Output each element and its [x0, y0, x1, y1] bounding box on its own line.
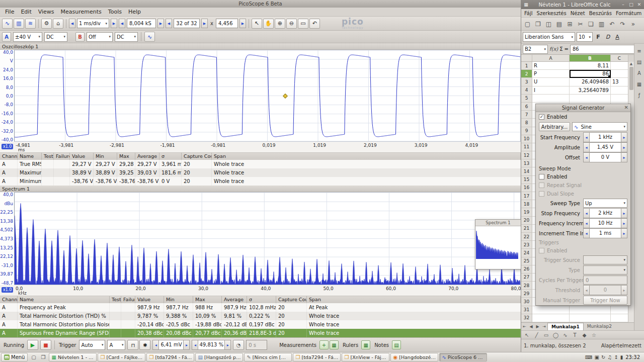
channel-b-button[interactable]: B: [75, 32, 85, 42]
sheet-tab-munkalap2[interactable]: Munkalap2: [584, 323, 615, 330]
scroll-up-icon[interactable]: ▲: [630, 62, 632, 66]
copy-icon[interactable]: ❏: [586, 19, 596, 29]
ruler-toggle-icon[interactable]: ▦: [361, 340, 370, 349]
channel-b-range-dropdown[interactable]: Off▾: [87, 32, 113, 42]
column-header-c[interactable]: C: [611, 55, 628, 61]
timebase-dropdown[interactable]: 1 ms/div▾: [77, 19, 109, 28]
minimize-icon[interactable]: –: [620, 2, 626, 7]
pretrigger-value[interactable]: 49,813 %: [198, 340, 224, 350]
add-measurement-icon[interactable]: +: [319, 340, 329, 349]
increment-icon[interactable]: ▸: [621, 218, 627, 228]
pretrigger-decrement-icon[interactable]: ◂: [192, 340, 198, 350]
calc-titlebar[interactable]: ▦ Névtelen 1 - LibreOffice Calc – □ ✕: [521, 0, 644, 9]
formula-input[interactable]: 86: [570, 45, 642, 54]
network-icon[interactable]: ↕: [614, 354, 618, 360]
menu-views[interactable]: Views: [35, 9, 57, 15]
row-header-30[interactable]: 30: [521, 298, 532, 306]
menu-formatum[interactable]: Formátum: [614, 11, 643, 16]
channel-a-button[interactable]: A: [2, 32, 11, 42]
row-header-31[interactable]: 31: [521, 306, 532, 314]
decrement-icon[interactable]: ◂: [583, 208, 590, 218]
samples-increase-icon[interactable]: ▶: [157, 19, 164, 28]
next-sheet-icon[interactable]: ▶: [534, 324, 541, 329]
signal-generator-icon[interactable]: ∿: [144, 32, 155, 42]
keyboard-layout-icon[interactable]: ⌨: [585, 354, 592, 360]
prev-sheet-icon[interactable]: ◀: [528, 324, 534, 329]
spectrum-view-icon[interactable]: ▥: [14, 19, 24, 29]
maximize-icon[interactable]: □: [628, 2, 634, 7]
channel-a-coupling-dropdown[interactable]: DC▾: [44, 32, 67, 42]
arbitrary-button[interactable]: Arbitrary...: [539, 122, 570, 131]
row-header-17[interactable]: 17: [521, 192, 532, 200]
delay-icon[interactable]: ◔: [233, 340, 244, 350]
cut-icon[interactable]: ✂: [576, 19, 585, 29]
row-header-29[interactable]: 29: [521, 290, 532, 298]
menu-tools[interactable]: Tools: [105, 9, 125, 15]
timebase-prev-icon[interactable]: ◀: [69, 19, 75, 28]
decrement-icon[interactable]: ◂: [583, 228, 590, 238]
trigger-threshold-value[interactable]: 6,41 mV: [159, 340, 183, 350]
oscilloscope-panel-title[interactable]: Oszcilloszkóp 1: [0, 43, 521, 50]
spectrum-plot[interactable]: [14, 192, 521, 285]
files-icon[interactable]: ❐: [39, 353, 47, 361]
select-all-corner[interactable]: [521, 55, 532, 61]
measurement-row[interactable]: ATrue RMS29,27 V29,27 V29,28 V29,27 V3,9…: [0, 160, 521, 168]
cell-B1[interactable]: 8,11: [570, 62, 611, 70]
amplitude-value[interactable]: 1,45 V: [590, 142, 621, 152]
scope-view-icon[interactable]: ∿: [2, 19, 13, 29]
column-header-b[interactable]: B: [570, 55, 611, 61]
row-header-25[interactable]: 25: [521, 257, 532, 265]
frequency-increment-value[interactable]: 10 Hz: [590, 218, 621, 228]
properties-icon[interactable]: ▤: [635, 58, 643, 66]
first-sheet-icon[interactable]: ⇤: [521, 324, 528, 329]
measurement-row[interactable]: AMinimum-38,76 V-38,76 V-38,76 V-38,76 V…: [0, 177, 521, 186]
menu-button[interactable]: m Menü: [1, 353, 28, 361]
volume-icon[interactable]: ♫: [607, 354, 612, 360]
row-header-5[interactable]: 5: [521, 95, 532, 103]
sweep-enabled-checkbox[interactable]: [539, 174, 544, 179]
row-header-26[interactable]: 26: [521, 265, 532, 274]
measurement-row[interactable]: ASpurious Free Dynamic Range (SFDR)20,38…: [0, 329, 521, 337]
stop-frequency-value[interactable]: 2 kHz: [590, 208, 621, 218]
spectrum-preview-window[interactable]: Spectrum 1: [475, 219, 521, 269]
row-header-18[interactable]: 18: [521, 200, 532, 208]
row-header-32[interactable]: 32: [521, 314, 532, 322]
signal-generator-titlebar[interactable]: Signal Generator ✕: [536, 104, 630, 112]
paste-icon[interactable]: ▥: [597, 19, 606, 29]
curve-icon[interactable]: ∿: [561, 331, 570, 339]
buffer-field[interactable]: 32 of 32: [174, 19, 200, 28]
cell-A2[interactable]: P: [532, 70, 570, 78]
zoom-in-icon[interactable]: ⊕: [275, 19, 285, 29]
row-header-7[interactable]: 7: [521, 111, 532, 119]
edit-measurement-icon[interactable]: ▦: [330, 340, 339, 349]
picoscope-titlebar[interactable]: PicoScope 6 Beta: [0, 0, 521, 8]
row-header-23[interactable]: 23: [521, 241, 532, 249]
new-document-icon[interactable]: ▢: [523, 19, 532, 29]
menu-nezet[interactable]: Nézet: [569, 11, 587, 16]
cell-A32[interactable]: [532, 314, 570, 322]
update-manager-icon[interactable]: ↻: [601, 354, 605, 360]
taskbar-item[interactable]: ❐[Card - Fájlkezelő]: [98, 353, 145, 361]
samples-field[interactable]: 8,004 kS: [127, 19, 156, 28]
redo-icon[interactable]: ↷: [618, 19, 627, 29]
clock[interactable]: 23:32: [625, 354, 640, 360]
notes-toggle-icon[interactable]: ▤: [392, 340, 401, 349]
cell-A5[interactable]: [532, 95, 570, 103]
cell-B3[interactable]: 26,409468: [570, 78, 611, 86]
row-header-2[interactable]: 2: [521, 70, 532, 78]
functions-icon[interactable]: ƒ: [635, 91, 643, 99]
cell-B4[interactable]: 3,25640789: [570, 86, 611, 95]
sweep-type-dropdown[interactable]: Up▾: [583, 199, 627, 208]
insert-line-icon[interactable]: ╱: [532, 331, 541, 339]
measurement-row[interactable]: ATotal Harmonic Distortion (THD) %9,787 …: [0, 312, 521, 320]
trigger-source-dropdown[interactable]: A▾: [107, 340, 125, 350]
gallery-icon[interactable]: ▦: [635, 80, 643, 88]
styles-icon[interactable]: A: [635, 69, 643, 77]
menu-fajl[interactable]: Fájl: [522, 11, 535, 16]
row-header-4[interactable]: 4: [521, 86, 532, 95]
waveform-dropdown[interactable]: ∿Sine▾: [572, 122, 627, 131]
oscilloscope-plot[interactable]: [14, 50, 521, 142]
cell-B32[interactable]: [570, 314, 611, 322]
menu-edit[interactable]: Edit: [18, 9, 34, 15]
taskbar-item[interactable]: ✎[Nincs cím [módosítva]...: [244, 353, 292, 361]
